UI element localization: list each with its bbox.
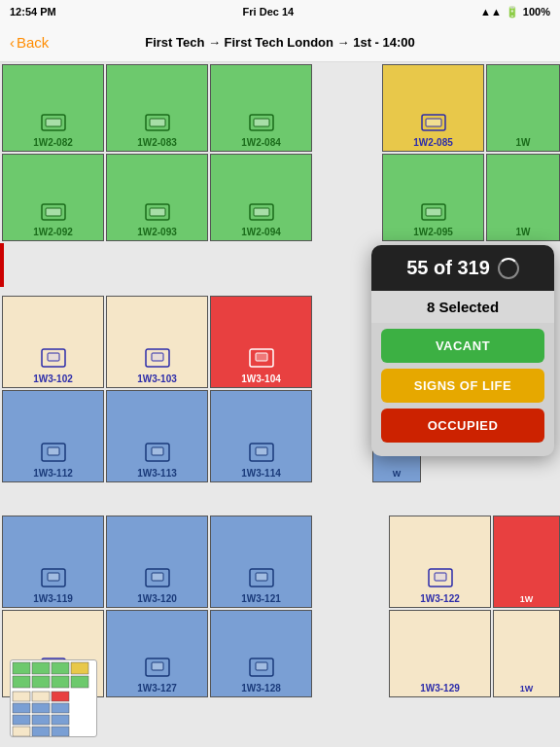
svg-rect-7 bbox=[426, 119, 441, 126]
room-1W3-102[interactable]: 1W3-102 bbox=[2, 296, 104, 388]
room-label: 1W2-092 bbox=[33, 228, 73, 237]
vacant-button[interactable]: VACANT bbox=[381, 329, 544, 363]
room-1W2-092[interactable]: 1W2-092 bbox=[2, 154, 104, 241]
svg-rect-52 bbox=[52, 692, 69, 701]
svg-rect-50 bbox=[13, 692, 30, 701]
room-1W3-103[interactable]: 1W3-103 bbox=[106, 296, 208, 388]
room-1W2-086[interactable]: 1W bbox=[486, 64, 560, 152]
desk-svg bbox=[142, 347, 173, 373]
vacant-label: VACANT bbox=[436, 338, 490, 353]
desk-svg bbox=[246, 111, 277, 136]
desk-svg bbox=[246, 657, 277, 682]
desk-svg bbox=[142, 200, 173, 226]
svg-rect-58 bbox=[52, 715, 69, 725]
desk-svg bbox=[38, 111, 69, 136]
svg-rect-53 bbox=[13, 703, 30, 713]
svg-rect-13 bbox=[254, 208, 269, 216]
svg-rect-55 bbox=[52, 703, 69, 713]
svg-rect-60 bbox=[32, 727, 50, 736]
room-1W3-127[interactable]: 1W3-127 bbox=[106, 610, 208, 697]
desk-svg bbox=[246, 347, 277, 373]
svg-rect-9 bbox=[46, 208, 61, 216]
room-1W3-129[interactable]: 1W3-129 bbox=[389, 610, 491, 697]
svg-rect-5 bbox=[254, 119, 269, 126]
room-label: 1W bbox=[520, 685, 534, 694]
room-1W3-114[interactable]: 1W3-114 bbox=[210, 390, 312, 482]
room-label: 1W2-093 bbox=[137, 228, 177, 237]
battery-level: 100% bbox=[523, 6, 550, 18]
room-label: 1W3-102 bbox=[33, 374, 73, 384]
room-label: 1W3-113 bbox=[137, 469, 177, 479]
room-label: 1W2-094 bbox=[241, 228, 281, 237]
svg-rect-51 bbox=[32, 692, 50, 701]
room-1W2-093[interactable]: 1W2-093 bbox=[106, 154, 208, 241]
room-label: 1W2-085 bbox=[413, 138, 453, 148]
svg-rect-19 bbox=[152, 353, 163, 361]
room-1W3-119[interactable]: 1W3-119 bbox=[2, 516, 104, 608]
room-label: 1W2-082 bbox=[33, 138, 73, 148]
selection-popup: 55 of 319 8 Selected VACANT SIGNS OF LIF… bbox=[371, 245, 554, 456]
desk-svg bbox=[246, 442, 277, 467]
svg-rect-48 bbox=[52, 676, 69, 688]
room-1W3-112[interactable]: 1W3-112 bbox=[2, 390, 104, 482]
room-label: 1W3-103 bbox=[137, 374, 177, 384]
room-label: 1W bbox=[516, 138, 531, 148]
room-label: 1W3-127 bbox=[137, 684, 177, 694]
room-1W2-082[interactable]: 1W2-082 bbox=[2, 64, 104, 152]
signs-of-life-button[interactable]: SIGNS OF LIFE bbox=[381, 369, 544, 403]
desk-svg bbox=[38, 567, 69, 592]
room-1W2-096[interactable]: 1W bbox=[486, 154, 560, 241]
svg-rect-25 bbox=[152, 447, 163, 455]
svg-rect-27 bbox=[256, 447, 267, 455]
desk-svg bbox=[38, 347, 69, 373]
room-label: 1W bbox=[520, 595, 534, 604]
status-right: ▲▲ 🔋 100% bbox=[480, 6, 550, 18]
desk-svg bbox=[425, 567, 456, 592]
desk-svg bbox=[246, 567, 277, 592]
room-1W3-122[interactable]: 1W3-122 bbox=[389, 516, 491, 608]
status-day: Fri Dec 14 bbox=[243, 6, 295, 18]
back-button[interactable]: ‹ Back bbox=[10, 34, 49, 51]
back-label: Back bbox=[17, 34, 49, 51]
svg-rect-17 bbox=[48, 353, 59, 361]
svg-rect-45 bbox=[71, 662, 88, 674]
nav-title: First Tech → First Tech London → 1st - 1… bbox=[145, 35, 415, 50]
room-1W2-094[interactable]: 1W2-094 bbox=[210, 154, 312, 241]
room-label: 1W3-114 bbox=[241, 469, 281, 479]
floor-plan: 1W2-082 1W2-083 1W2-084 1W2-085 1W 1W2- bbox=[0, 62, 560, 747]
desk-svg bbox=[418, 111, 449, 136]
room-label: 1W3-122 bbox=[420, 594, 460, 604]
battery-icon: 🔋 bbox=[506, 6, 519, 18]
selected-label: 8 Selected bbox=[427, 299, 499, 315]
count-text: 55 of 319 bbox=[406, 257, 490, 279]
desk-svg bbox=[246, 200, 277, 226]
room-1W3-113[interactable]: 1W3-113 bbox=[106, 390, 208, 482]
room-label: W bbox=[393, 470, 402, 479]
svg-rect-46 bbox=[13, 676, 30, 688]
room-1W3-104[interactable]: 1W3-104 bbox=[210, 296, 312, 388]
occupied-button[interactable]: OCCUPIED bbox=[381, 409, 544, 443]
back-chevron-icon: ‹ bbox=[10, 34, 15, 51]
room-1W3-130[interactable]: 1W bbox=[493, 610, 560, 697]
room-1W2-084[interactable]: 1W2-084 bbox=[210, 64, 312, 152]
room-label: 1W3-112 bbox=[33, 469, 73, 479]
room-1W3-123[interactable]: 1W bbox=[493, 516, 560, 608]
mini-map[interactable] bbox=[10, 659, 97, 737]
status-time: 12:54 PM bbox=[10, 6, 56, 18]
room-1W2-083[interactable]: 1W2-083 bbox=[106, 64, 208, 152]
room-label: 1W2-083 bbox=[137, 138, 177, 148]
red-accent bbox=[0, 243, 4, 287]
mini-map-svg bbox=[11, 660, 97, 737]
room-1W3-120[interactable]: 1W3-120 bbox=[106, 516, 208, 608]
room-1W3-128[interactable]: 1W3-128 bbox=[210, 610, 312, 697]
room-1W3-121[interactable]: 1W3-121 bbox=[210, 516, 312, 608]
desk-svg bbox=[142, 657, 173, 682]
room-1W2-085[interactable]: 1W2-085 bbox=[382, 64, 484, 152]
svg-rect-11 bbox=[150, 208, 165, 216]
room-1W2-095[interactable]: 1W2-095 bbox=[382, 154, 484, 241]
desk-svg bbox=[142, 111, 173, 136]
svg-rect-57 bbox=[32, 715, 50, 725]
desk-svg bbox=[142, 442, 173, 467]
svg-rect-35 bbox=[435, 573, 446, 581]
wifi-icon: ▲▲ bbox=[480, 6, 502, 18]
